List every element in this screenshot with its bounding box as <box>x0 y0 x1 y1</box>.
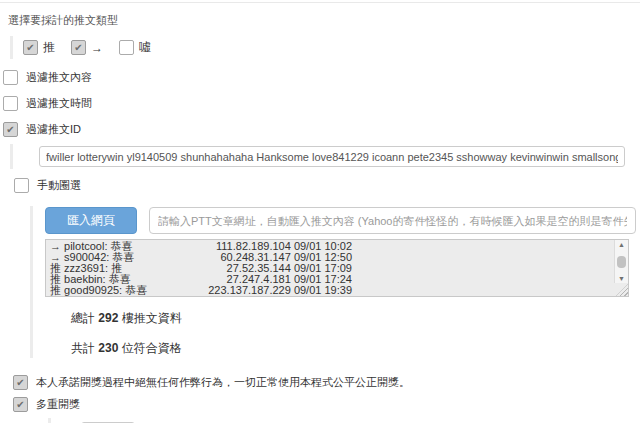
push-type-checkbox-boo[interactable]: ✔ <box>119 40 134 55</box>
qualified-suffix: 位符合資格 <box>118 341 181 355</box>
article-url-input[interactable] <box>149 207 636 234</box>
fairness-pledge-checkbox[interactable]: ✔ <box>13 375 28 390</box>
id-filter-group <box>10 144 640 169</box>
filter-id-row[interactable]: ✔ 過濾推文ID <box>3 122 640 137</box>
push-type-options: ✔ 推 ✔ → ✔ 噓 <box>10 36 640 59</box>
push-type-checkbox-push[interactable]: ✔ <box>23 40 38 55</box>
lottery-tool-page: 選擇要採計的推文類型 ✔ 推 ✔ → ✔ 噓 ✔ 過濾推文內容 ✔ 過濾推文時間… <box>0 0 640 423</box>
push-type-option-boo[interactable]: ✔ 噓 <box>119 39 151 56</box>
push-type-option-arrow[interactable]: ✔ → <box>71 40 103 55</box>
manual-select-checkbox[interactable]: ✔ <box>14 178 29 193</box>
total-count: 292 <box>98 311 118 325</box>
check-icon: ✔ <box>6 125 14 135</box>
filter-time-row[interactable]: ✔ 過濾推文時間 <box>3 96 640 111</box>
textarea-scrollbar[interactable]: ▲ ▼ <box>614 240 628 283</box>
push-type-label-push: 推 <box>43 39 55 56</box>
check-icon: ✔ <box>16 378 24 388</box>
import-webpage-button[interactable]: 匯入網頁 <box>45 207 137 234</box>
check-icon: ✔ <box>74 43 82 53</box>
total-suffix: 樓推文資料 <box>118 311 181 325</box>
filter-time-label: 過濾推文時間 <box>26 96 92 111</box>
push-type-label-arrow: → <box>91 41 103 55</box>
fairness-pledge-row[interactable]: ✔ 本人承諾開獎過程中絕無任何作弊行為，一切正常使用本程式公平公正開獎。 <box>13 375 640 390</box>
import-row: 匯入網頁 <box>45 207 640 234</box>
multi-draw-row[interactable]: ✔ 多重開獎 <box>13 397 640 412</box>
filter-content-checkbox[interactable]: ✔ <box>3 70 18 85</box>
manual-select-row[interactable]: ✔ 手動圈選 <box>14 178 640 193</box>
qualified-prefix: 共計 <box>71 341 95 355</box>
push-type-option-push[interactable]: ✔ 推 <box>23 39 55 56</box>
check-icon: ✔ <box>26 43 34 53</box>
push-line-meta: 223.137.187.229 09/01 19:39 <box>162 285 352 296</box>
qualified-users-row: 共計 230 位符合資格 <box>71 340 640 357</box>
multi-draw-label: 多重開獎 <box>36 397 80 412</box>
top-divider <box>0 2 640 3</box>
multi-draw-checkbox[interactable]: ✔ <box>13 397 28 412</box>
push-line: 推 good90925: 恭喜223.137.187.229 09/01 19:… <box>50 285 628 296</box>
push-type-checkbox-arrow[interactable]: ✔ <box>71 40 86 55</box>
fairness-pledge-label: 本人承諾開獎過程中絕無任何作弊行為，一切正常使用本程式公平公正開獎。 <box>36 375 410 390</box>
filter-content-row[interactable]: ✔ 過濾推文內容 <box>3 70 640 85</box>
push-type-label-boo: 噓 <box>139 39 151 56</box>
total-prefix: 總計 <box>71 311 95 325</box>
multi-draw-options: 04 個獎項 此選項可一次開出多位得獎者 <box>48 418 640 423</box>
scrollbar-thumb[interactable] <box>617 256 626 268</box>
total-pushes-row: 總計 292 樓推文資料 <box>71 310 640 327</box>
filter-id-label: 過濾推文ID <box>26 122 81 137</box>
id-filter-input[interactable] <box>39 146 625 167</box>
push-type-section-label: 選擇要採計的推文類型 <box>8 13 640 28</box>
check-icon: ✔ <box>16 400 24 410</box>
push-content-textarea[interactable]: → pilotcool: 恭喜111.82.189.104 09/01 10:0… <box>45 239 629 297</box>
push-line-text: 推 good90925: 恭喜 <box>50 285 162 296</box>
qualified-count: 230 <box>98 341 118 355</box>
filter-content-label: 過濾推文內容 <box>26 70 92 85</box>
import-section: 匯入網頁 → pilotcool: 恭喜111.82.189.104 09/01… <box>30 206 640 358</box>
filter-id-checkbox[interactable]: ✔ <box>3 122 18 137</box>
push-lines: → pilotcool: 恭喜111.82.189.104 09/01 10:0… <box>46 240 628 296</box>
scroll-down-icon[interactable]: ▼ <box>618 275 625 282</box>
filter-time-checkbox[interactable]: ✔ <box>3 96 18 111</box>
scroll-up-icon[interactable]: ▲ <box>618 241 625 248</box>
manual-select-label: 手動圈選 <box>37 178 81 193</box>
